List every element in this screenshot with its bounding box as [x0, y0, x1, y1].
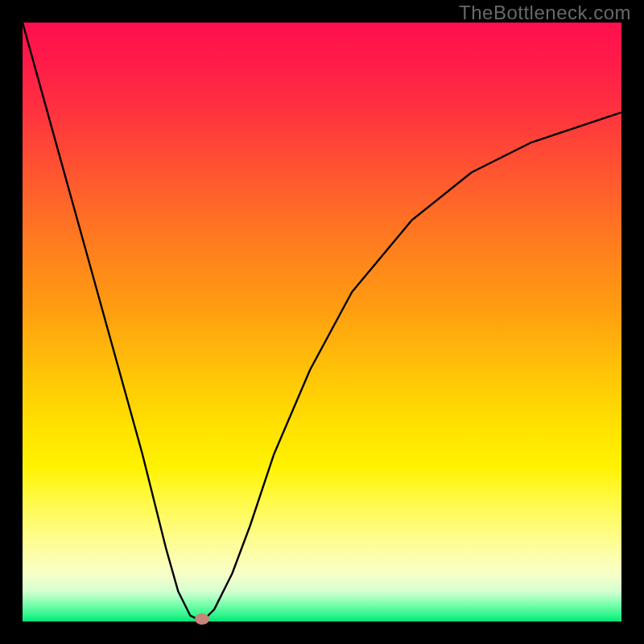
bottleneck-curve-line — [23, 23, 621, 621]
optimum-marker-dot — [195, 613, 209, 625]
watermark-label: TheBottleneck.com — [459, 2, 631, 24]
bottleneck-curve — [23, 23, 621, 621]
plot-area — [23, 23, 621, 621]
chart-frame: TheBottleneck.com — [0, 0, 644, 644]
